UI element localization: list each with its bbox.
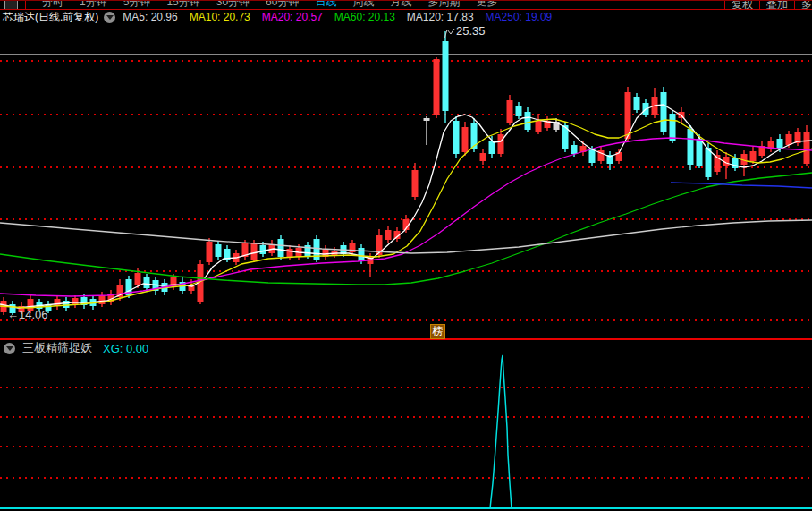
candle <box>216 244 222 257</box>
indicator-value: XG: 0.00 <box>103 342 148 355</box>
indicator-title: 三板精筛捉妖 <box>22 340 92 356</box>
candle <box>480 153 486 161</box>
candle <box>207 242 213 262</box>
candle <box>55 299 61 306</box>
candle <box>732 158 739 168</box>
candle <box>498 134 504 154</box>
candle <box>359 248 365 261</box>
candle <box>385 230 392 240</box>
candle <box>670 114 676 141</box>
candle <box>72 298 79 304</box>
candle <box>63 301 70 308</box>
candle <box>424 118 430 121</box>
candle <box>305 245 311 256</box>
candle <box>525 112 531 130</box>
candle <box>516 106 522 116</box>
candle <box>462 127 469 152</box>
candle <box>661 92 667 132</box>
candle <box>507 100 513 123</box>
candle <box>99 295 106 304</box>
candle <box>750 151 757 161</box>
candle <box>287 249 293 258</box>
candle <box>688 129 694 165</box>
candle <box>453 121 460 154</box>
main-chart-svg[interactable] <box>0 0 812 511</box>
candle <box>786 134 792 145</box>
candle <box>412 170 419 197</box>
candle <box>251 243 258 260</box>
candle <box>571 145 578 154</box>
indicator-collapse-icon[interactable] <box>4 343 15 354</box>
candle <box>697 139 703 166</box>
candle <box>434 59 440 115</box>
ma-line-ma250 <box>671 183 812 188</box>
candle <box>536 121 542 132</box>
candle <box>135 273 141 285</box>
indicator-spike <box>0 355 812 508</box>
candle <box>634 97 640 110</box>
low-price-label: ←14.06 <box>7 308 48 321</box>
indicator-header: 三板精筛捉妖 XG: 0.00 <box>0 341 148 355</box>
candle <box>278 239 284 257</box>
candle <box>589 149 596 163</box>
candle <box>804 132 810 164</box>
candle <box>144 277 150 288</box>
candle <box>350 243 356 252</box>
candle <box>443 41 449 111</box>
high-price-label: 25.35 <box>456 24 486 38</box>
app-window: 分时1分钟5分钟15分钟30分钟60分钟日线周线月线多周期更多 复权叠加多股 芯… <box>0 0 812 511</box>
lhb-badge[interactable]: 榜 <box>430 324 445 339</box>
candle <box>260 245 266 254</box>
